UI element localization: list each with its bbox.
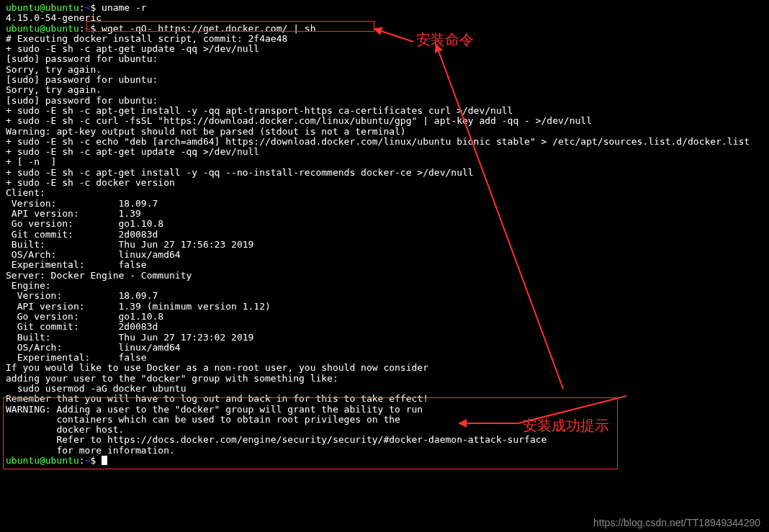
output-line: Experimental: false — [6, 353, 763, 363]
output-line: + sudo -E sh -c curl -fsSL "https://down… — [6, 116, 763, 126]
output-line: Sorry, try again. — [6, 85, 763, 95]
output-line: If you would like to use Docker as a non… — [6, 363, 763, 373]
prompt-dollar: $ — [90, 23, 102, 34]
kernel-version-output: 4.15.0-54-generic — [6, 13, 763, 23]
output-line: Experimental: false — [6, 260, 763, 270]
output-line: # Executing docker install script, commi… — [6, 34, 763, 44]
output-line: + sudo -E sh -c apt-get update -qq >/dev… — [6, 147, 763, 157]
prompt-dollar: $ — [90, 455, 102, 466]
output-line: Built: Thu Jun 27 17:23:02 2019 — [6, 333, 763, 343]
output-line: + sudo -E sh -c docker version — [6, 178, 763, 188]
output-line: API version: 1.39 — [6, 209, 763, 219]
output-line: Go version: go1.10.8 — [6, 312, 763, 322]
output-line: Remember that you will have to log out a… — [6, 394, 763, 404]
output-line: WARNING: Adding a user to the "docker" g… — [6, 405, 763, 415]
output-line: + sudo -E sh -c echo "deb [arch=amd64] h… — [6, 137, 763, 147]
prompt-user: ubuntu@ubuntu — [6, 455, 79, 466]
output-line: Git commit: 2d0083d — [6, 230, 763, 240]
command-text: uname -r — [102, 2, 147, 13]
output-line: [sudo] password for ubuntu: — [6, 96, 763, 106]
output-line: + sudo -E sh -c apt-get update -qq >/dev… — [6, 44, 763, 54]
prompt-dollar: $ — [90, 2, 102, 13]
output-line: Built: Thu Jun 27 17:56:23 2019 — [6, 240, 763, 250]
prompt-user: ubuntu@ubuntu — [6, 2, 79, 13]
prompt-colon: : — [79, 455, 85, 466]
output-line: Git commit: 2d0083d — [6, 322, 763, 332]
output-line: OS/Arch: linux/amd64 — [6, 343, 763, 353]
prompt-user: ubuntu@ubuntu — [6, 23, 79, 34]
output-line: containers which can be used to obtain r… — [6, 415, 763, 425]
output-line: Version: 18.09.7 — [6, 199, 763, 209]
output-line: for more information. — [6, 446, 763, 456]
output-line: Go version: go1.10.8 — [6, 219, 763, 229]
output-line: + [ -n ] — [6, 157, 763, 167]
output-line: [sudo] password for ubuntu: — [6, 75, 763, 85]
output-line: adding your user to the "docker" group w… — [6, 374, 763, 384]
output-line: Version: 18.09.7 — [6, 291, 763, 301]
output-line: Client: — [6, 188, 763, 198]
output-line: API version: 1.39 (minimum version 1.12) — [6, 302, 763, 312]
output-line: + sudo -E sh -c apt-get install -y -qq a… — [6, 106, 763, 116]
output-line: Warning: apt-key output should not be pa… — [6, 127, 763, 137]
watermark: https://blog.csdn.net/TT18949344290 — [593, 518, 760, 528]
output-line: docker host. — [6, 425, 763, 435]
output-line: [sudo] password for ubuntu: — [6, 54, 763, 64]
prompt-colon: : — [79, 23, 85, 34]
terminal-output: ubuntu@ubuntu:~$ uname -r4.15.0-54-gener… — [6, 3, 763, 466]
output-line: Engine: — [6, 281, 763, 291]
output-line: Sorry, try again. — [6, 65, 763, 75]
prompt-colon: : — [79, 2, 85, 13]
output-line: sudo usermod -aG docker ubuntu — [6, 384, 763, 394]
terminal-cursor[interactable] — [102, 456, 107, 465]
output-line: Server: Docker Engine - Community — [6, 271, 763, 281]
output-line: OS/Arch: linux/amd64 — [6, 250, 763, 260]
output-line: + sudo -E sh -c apt-get install -y -qq -… — [6, 168, 763, 178]
output-line: Refer to https://docs.docker.com/engine/… — [6, 435, 763, 445]
command-text: wget -qO- https://get.docker.com/ | sh — [102, 23, 315, 34]
